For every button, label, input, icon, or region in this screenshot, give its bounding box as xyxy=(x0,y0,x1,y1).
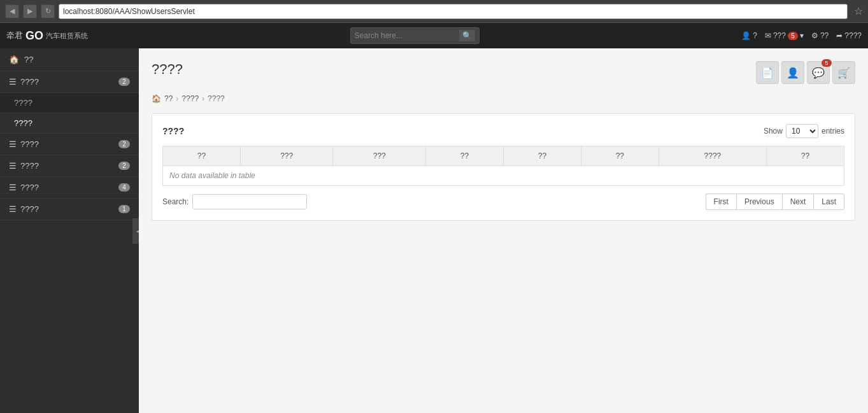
sidebar-item-4-label: ???? xyxy=(20,161,39,171)
logo-text: 牵君 xyxy=(6,30,23,41)
page-header: ???? 📄 👤 💬 5 🛒 xyxy=(152,61,855,84)
browser-chrome: ◀ ▶ ↻ localhost:8080/AAA/ShowUsersServle… xyxy=(0,0,868,23)
table-search-input[interactable] xyxy=(192,194,307,209)
sidebar-home[interactable]: 🏠 ?? xyxy=(0,48,139,71)
sidebar-badge-3: 2 xyxy=(118,140,130,148)
col-header-2[interactable]: ??? xyxy=(333,146,426,166)
breadcrumb-level1[interactable]: ???? xyxy=(181,94,199,103)
user-icon-button[interactable]: 👤 xyxy=(781,61,804,84)
search-button[interactable]: 🔍 xyxy=(459,30,475,41)
sidebar-sub-item-1[interactable]: ???? xyxy=(0,93,139,113)
sidebar-badge-0: 2 xyxy=(118,78,130,86)
show-entries: Show 10 25 50 100 entries xyxy=(764,124,844,138)
data-table: ?? ??? ??? ?? ?? ?? ???? ?? No data avai xyxy=(162,146,844,186)
entries-label: entries xyxy=(822,127,844,136)
col-header-3[interactable]: ?? xyxy=(426,146,504,166)
sidebar-badge-5: 4 xyxy=(118,183,130,192)
breadcrumb-home-icon: 🏠 xyxy=(152,94,161,103)
list-icon-0: ☰ xyxy=(9,77,17,87)
user-nav-item[interactable]: 👤 ? xyxy=(741,31,757,40)
settings-nav-item[interactable]: ⚙ ?? xyxy=(811,31,829,40)
user-label: ? xyxy=(753,31,757,40)
sidebar-sub-label-1: ???? xyxy=(14,98,32,108)
no-data-cell: No data available in table xyxy=(163,166,844,186)
col-header-4[interactable]: ?? xyxy=(503,146,581,166)
address-bar[interactable]: localhost:8080/AAA/ShowUsersServlet xyxy=(59,4,848,19)
pagination: First Previous Next Last xyxy=(706,193,844,210)
list-icon-4: ☰ xyxy=(9,161,17,171)
main-inner: ???? 📄 👤 💬 5 🛒 xyxy=(139,48,868,413)
table-card: ???? Show 10 25 50 100 entries xyxy=(152,113,855,221)
chat-icon-button[interactable]: 💬 5 xyxy=(807,61,830,84)
first-page-button[interactable]: First xyxy=(706,193,736,210)
home-label: ?? xyxy=(24,55,33,64)
sidebar-item-6-label: ???? xyxy=(20,204,39,214)
logo-sub: 汽车租赁系统 xyxy=(46,31,88,41)
last-page-button[interactable]: Last xyxy=(813,193,844,210)
sidebar-item-4[interactable]: ☰ ???? 2 xyxy=(0,155,139,177)
sidebar-item-0-left: ☰ ???? xyxy=(9,77,39,87)
entries-select[interactable]: 10 25 50 100 xyxy=(786,124,818,138)
col-header-7[interactable]: ?? xyxy=(767,146,844,166)
share-label: ???? xyxy=(844,31,862,40)
app-layout: 🏠 ?? ☰ ???? 2 ???? ???? ☰ ???? 2 xyxy=(0,48,868,413)
table-title: ???? xyxy=(162,126,184,136)
bookmark-icon[interactable]: ☆ xyxy=(854,5,863,17)
cart-icon-button[interactable]: 🛒 xyxy=(832,61,855,84)
sidebar-sub-item-2[interactable]: ???? xyxy=(0,113,139,134)
top-nav: 牵君 GO 汽车租赁系统 🔍 👤 ? ✉ ??? 5 ▾ ⚙ ?? ➦ ???? xyxy=(0,23,868,48)
share-icon: ➦ xyxy=(836,31,843,40)
table-bottom: Search: First Previous Next Last xyxy=(162,193,844,210)
list-icon-6: ☰ xyxy=(9,204,17,214)
breadcrumb: 🏠 ?? › ???? › ???? xyxy=(152,94,855,103)
home-icon: 🏠 xyxy=(9,55,19,64)
list-icon-3: ☰ xyxy=(9,139,17,149)
sidebar-badge-6: 1 xyxy=(118,205,130,213)
sidebar-item-3-left: ☰ ???? xyxy=(9,139,39,149)
next-page-button[interactable]: Next xyxy=(782,193,814,210)
sidebar-item-0[interactable]: ☰ ???? 2 xyxy=(0,71,139,93)
table-row-no-data: No data available in table xyxy=(163,166,844,186)
refresh-button[interactable]: ↻ xyxy=(41,4,55,18)
user-icon: 👤 xyxy=(741,31,751,40)
main-content: ???? 📄 👤 💬 5 🛒 xyxy=(139,48,868,413)
logo-go: GO xyxy=(25,29,43,43)
cart-icon: 🛒 xyxy=(837,67,850,79)
table-top: ???? Show 10 25 50 100 entries xyxy=(162,124,844,138)
mail-nav-item[interactable]: ✉ ??? 5 ▾ xyxy=(765,31,804,40)
sidebar-item-6[interactable]: ☰ ???? 1 xyxy=(0,199,139,220)
col-header-1[interactable]: ??? xyxy=(240,146,333,166)
chat-badge: 5 xyxy=(822,59,832,67)
breadcrumb-home[interactable]: ?? xyxy=(164,94,173,103)
settings-label: ?? xyxy=(820,31,829,40)
sidebar-sub-label-2: ???? xyxy=(14,118,32,128)
doc-icon: 📄 xyxy=(761,67,774,79)
col-header-6[interactable]: ???? xyxy=(658,146,766,166)
doc-icon-button[interactable]: 📄 xyxy=(756,61,779,84)
sidebar-item-3[interactable]: ☰ ???? 2 xyxy=(0,134,139,155)
previous-page-button[interactable]: Previous xyxy=(736,193,782,210)
col-header-5[interactable]: ?? xyxy=(581,146,658,166)
back-button[interactable]: ◀ xyxy=(5,4,19,18)
search-bottom: Search: xyxy=(162,194,307,209)
logo-area: 牵君 GO 汽车租赁系统 xyxy=(6,29,88,43)
page-title: ???? xyxy=(152,61,183,78)
search-bar: 🔍 xyxy=(350,27,480,44)
breadcrumb-sep-2: › xyxy=(202,94,204,103)
top-nav-right: 👤 ? ✉ ??? 5 ▾ ⚙ ?? ➦ ???? xyxy=(741,31,862,40)
mail-badge: 5 xyxy=(788,32,798,40)
mail-label: ??? xyxy=(773,31,786,40)
share-nav-item[interactable]: ➦ ???? xyxy=(836,31,862,40)
forward-button[interactable]: ▶ xyxy=(23,4,37,18)
sidebar-item-6-left: ☰ ???? xyxy=(9,204,39,214)
mail-icon: ✉ xyxy=(765,31,771,40)
sidebar-item-5[interactable]: ☰ ???? 4 xyxy=(0,177,139,199)
search-label: Search: xyxy=(162,197,189,206)
show-label: Show xyxy=(764,127,783,136)
col-header-0[interactable]: ?? xyxy=(163,146,241,166)
sidebar: 🏠 ?? ☰ ???? 2 ???? ???? ☰ ???? 2 xyxy=(0,48,139,413)
sidebar-collapse-button[interactable]: ◀ xyxy=(132,218,139,244)
sidebar-item-5-left: ☰ ???? xyxy=(9,183,39,192)
gear-icon: ⚙ xyxy=(811,31,818,40)
search-input[interactable] xyxy=(355,31,457,40)
